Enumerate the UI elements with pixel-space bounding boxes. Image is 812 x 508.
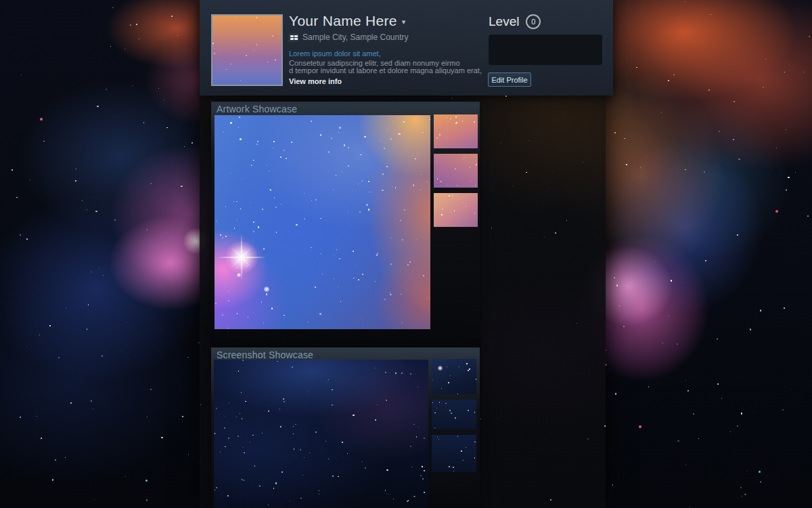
artwork-showcase-title: Artwork Showcase <box>217 104 297 114</box>
profile-name: Your Name Here <box>289 13 397 28</box>
artwork-thumbnail[interactable] <box>434 114 478 148</box>
bright-star <box>264 287 269 292</box>
avatar-image <box>212 16 281 85</box>
avatar-stars <box>212 16 281 85</box>
bright-star <box>237 273 241 277</box>
avatar[interactable] <box>211 14 283 86</box>
screenshot-thumbnail[interactable] <box>432 400 476 429</box>
screenshot-stars <box>214 360 428 508</box>
artwork-thumbnails <box>434 114 478 232</box>
thumb-stars <box>432 435 476 472</box>
country-flag-icon <box>289 34 298 41</box>
artwork-thumbnail[interactable] <box>434 193 478 227</box>
artwork-thumbnail[interactable] <box>434 154 478 188</box>
thumb-stars <box>432 400 476 429</box>
badge-showcase-box <box>489 35 602 65</box>
level-badge[interactable]: 0 <box>526 14 541 29</box>
artwork-main-image[interactable] <box>215 115 430 329</box>
level-label: Level <box>489 14 519 29</box>
screenshot-main-image[interactable] <box>214 360 428 508</box>
edit-profile-button[interactable]: Edit Profile <box>488 72 531 87</box>
screenshot-showcase-panel: Screenshot Showcase <box>211 347 480 508</box>
summary-link[interactable]: Lorem ipsum dolor sit amet, <box>289 50 482 58</box>
summary-line: d tempor invidunt ut labore et dolore ma… <box>289 67 482 75</box>
profile-summary: Lorem ipsum dolor sit amet, Consetetur s… <box>289 50 482 75</box>
profile-header: Your Name Here▾ Sample City, Sample Coun… <box>200 0 613 96</box>
level-row: Level 0 <box>489 14 541 29</box>
chevron-down-icon: ▾ <box>402 18 406 26</box>
thumb-stars <box>434 114 478 148</box>
artwork-stars <box>215 115 430 329</box>
profile-name-dropdown[interactable]: Your Name Here▾ <box>289 13 406 29</box>
thumb-stars <box>434 193 478 227</box>
view-more-info-link[interactable]: View more info <box>289 77 342 85</box>
location-text: Sample City, Sample Country <box>302 33 409 42</box>
screenshot-thumbnail[interactable] <box>432 435 476 472</box>
screenshot-thumbnail[interactable] <box>432 359 476 394</box>
screenshot-thumbnails <box>432 359 476 478</box>
thumb-stars <box>432 359 476 394</box>
location-row: Sample City, Sample Country <box>289 33 409 42</box>
artwork-showcase-panel: Artwork Showcase <box>211 102 480 345</box>
thumb-stars <box>434 154 478 188</box>
screenshot-showcase-title: Screenshot Showcase <box>217 350 313 360</box>
